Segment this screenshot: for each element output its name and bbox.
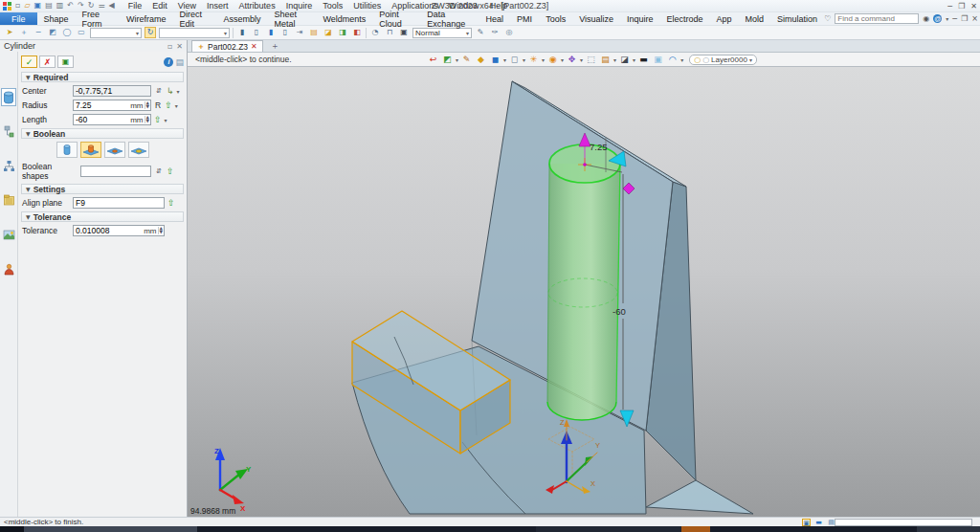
menu-edit[interactable]: Edit [152,1,167,11]
filter-combo[interactable]: ▾ [90,28,142,38]
cylinder-body[interactable] [547,164,620,420]
ribbon-tab-app[interactable]: App [710,12,739,25]
settings-gear-icon[interactable]: ◉ [923,13,929,24]
length-picker-icon[interactable]: ⇧ [154,115,162,124]
ribbon-tab-pmi[interactable]: PMI [510,12,539,25]
visual-manager-icon[interactable] [1,226,16,244]
boolean-shapes-input[interactable] [81,166,150,176]
ribbon-tab-sheetmetal[interactable]: Sheet Metal [267,12,316,25]
center-point-handle[interactable] [583,163,587,166]
box-select-icon[interactable]: ▭ [76,27,87,38]
ribbon-tab-electrode[interactable]: Electrode [660,12,710,25]
radius-dim-label[interactable]: 7.25 [590,142,608,152]
boolean-shapes-expand-icon[interactable]: ⇵ [154,166,164,176]
select-cursor-icon[interactable]: ➤ [4,27,15,38]
command-search-input[interactable] [835,13,919,24]
doc-close-button[interactable]: × [971,13,978,24]
close-button[interactable]: ✕ [970,2,977,11]
align-plane-picker-icon[interactable]: ⇧ [167,198,175,208]
undo-icon[interactable]: ↶ [67,1,74,11]
ribbon-tab-file[interactable]: File [0,12,37,25]
distribute-icon[interactable]: ⇥ [294,27,305,38]
center-expand-icon[interactable]: ⇵ [154,86,164,96]
ok-button[interactable]: ✓ [21,55,37,68]
save-icon[interactable]: ▣ [34,1,42,11]
history-manager-icon[interactable] [1,122,16,141]
layer-list-icon[interactable]: ▤ [308,27,320,38]
section-bar-icon[interactable]: ▬ [637,54,650,65]
menu-file[interactable]: File [128,1,143,11]
tolerance-input[interactable] [74,226,144,235]
open-file-icon[interactable]: ▱ [24,1,30,11]
minimize-button[interactable]: ─ [947,2,952,11]
taskbar-orange-app[interactable] [681,526,710,532]
info-icon[interactable]: i [164,57,173,67]
wireframe-view-icon[interactable]: ◻ [508,54,521,65]
ribbon-tab-heal[interactable]: Heal [479,12,511,25]
ribbon-tab-inquire[interactable]: Inquire [620,12,660,25]
taskbar-active-app[interactable] [24,526,197,532]
ribbon-tab-mold[interactable]: Mold [739,12,771,25]
favorites-icon[interactable]: ♡ [824,13,831,24]
folder-open-icon[interactable]: ◪ [323,27,334,38]
boolean-remove-button[interactable] [104,142,125,158]
ribbon-tab-freeform[interactable]: Free Form [76,12,120,25]
copy-icon[interactable]: ▥ [56,1,64,11]
assembly-manager-icon[interactable] [1,157,16,175]
cylinder-preview[interactable] [547,144,620,420]
document-tab[interactable]: ＋ Part002.Z3 ✕ [191,40,263,52]
status-input-field[interactable] [835,519,972,526]
zoom-target-icon[interactable]: ◉ [546,54,559,65]
role-manager-icon[interactable] [1,260,16,278]
boolean-add-button[interactable] [80,142,101,158]
menu-insert[interactable]: Insert [207,1,229,11]
viewport-3d[interactable]: 7.25 -60 [188,67,980,517]
circle-select-icon[interactable]: ◯ [61,27,73,38]
ribbon-tab-weldments[interactable]: Weldments [316,12,372,25]
style-combo[interactable]: Normal▾ [412,28,472,38]
length-spinner[interactable]: ▲▼ [145,116,150,123]
zoom-extents-icon[interactable]: ⬚ [585,54,597,65]
selection-combo[interactable]: ▾ [159,28,230,38]
history-clock-icon[interactable]: ◔ [369,27,381,38]
edit-pen-icon[interactable]: ✎ [475,27,486,38]
ribbon-tab-assembly[interactable]: Assembly [216,12,267,25]
exit-sketch-icon[interactable]: ↩ [427,54,439,65]
cylinder-tool-tab-icon[interactable] [1,88,16,106]
ribbon-tab-directedit[interactable]: Direct Edit [172,12,216,25]
status-monitor-icon[interactable]: ▬ [814,519,823,526]
suppress-icon[interactable]: ⊓ [384,27,395,38]
center-picker-dropdown-icon[interactable]: ▾ [176,88,179,95]
radius-spinner[interactable]: ▲▼ [145,101,150,109]
section-settings[interactable]: ▼Settings [21,184,184,194]
cancel-button[interactable]: ✗ [39,55,56,68]
ribbon-tab-wireframe[interactable]: Wireframe [120,12,173,25]
doc-restore-button[interactable]: ❐ [961,13,968,24]
boolean-shapes-picker-icon[interactable]: ⇧ [167,166,174,176]
layer-combo[interactable]: ○ ○ Layer0000 ▾ [689,55,757,65]
align-center-icon[interactable]: ▯ [251,27,262,38]
ribbon-tab-shape[interactable]: Shape [37,12,76,25]
section-boolean[interactable]: ▼Boolean [21,128,184,139]
doc-minimize-button[interactable]: ─ [952,13,957,24]
radius-picker-dropdown-icon[interactable]: ▾ [175,102,178,109]
panel-close-icon[interactable]: ✕ [176,42,183,51]
solid-view-icon[interactable]: ◼ [489,54,501,65]
panel-pin-icon[interactable]: ▫ [167,42,172,51]
layer-manager-icon[interactable] [1,191,16,210]
status-window-icon[interactable]: ▣ [802,519,811,526]
remove-icon[interactable]: − [33,27,44,38]
account-icon[interactable]: @ [933,14,942,23]
view-orient-icon[interactable]: ✳ [527,54,540,65]
menu-tools[interactable]: Tools [323,1,343,11]
section-tolerance[interactable]: ▼Tolerance [21,211,184,222]
help-doc-icon[interactable]: ▤ [175,57,184,67]
image-insert-icon[interactable]: ◩ [47,27,58,38]
ribbon-tab-dataexchange[interactable]: Data Exchange [420,12,479,25]
restore-button[interactable]: ❐ [958,2,965,11]
center-picker-icon[interactable]: ↳ [167,86,174,96]
ribbon-tab-pointcloud[interactable]: Point Cloud [372,12,420,25]
swoosh-icon[interactable]: ◠ [666,54,679,65]
folder-red-icon[interactable]: ◧ [351,27,363,38]
radius-picker-icon[interactable]: ⇧ [165,100,172,110]
